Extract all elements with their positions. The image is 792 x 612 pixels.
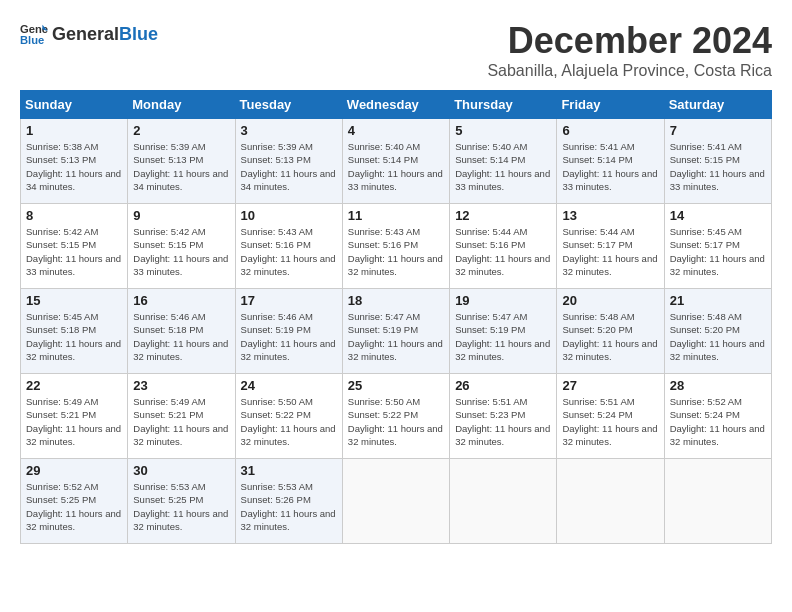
calendar-cell: 8 Sunrise: 5:42 AM Sunset: 5:15 PM Dayli… <box>21 204 128 289</box>
day-info: Sunrise: 5:43 AM Sunset: 5:16 PM Dayligh… <box>348 225 444 278</box>
day-number: 29 <box>26 463 122 478</box>
daylight-label: Daylight: 11 hours and 32 minutes. <box>562 423 657 447</box>
calendar-cell: 7 Sunrise: 5:41 AM Sunset: 5:15 PM Dayli… <box>664 119 771 204</box>
header-sunday: Sunday <box>21 91 128 119</box>
day-info: Sunrise: 5:40 AM Sunset: 5:14 PM Dayligh… <box>348 140 444 193</box>
day-number: 10 <box>241 208 337 223</box>
sunrise-label: Sunrise: 5:39 AM <box>241 141 313 152</box>
daylight-label: Daylight: 11 hours and 32 minutes. <box>241 253 336 277</box>
sunrise-label: Sunrise: 5:51 AM <box>455 396 527 407</box>
day-number: 1 <box>26 123 122 138</box>
day-number: 31 <box>241 463 337 478</box>
calendar-cell <box>664 459 771 544</box>
daylight-label: Daylight: 11 hours and 32 minutes. <box>26 338 121 362</box>
daylight-label: Daylight: 11 hours and 32 minutes. <box>26 508 121 532</box>
sunrise-label: Sunrise: 5:40 AM <box>455 141 527 152</box>
calendar-cell: 17 Sunrise: 5:46 AM Sunset: 5:19 PM Dayl… <box>235 289 342 374</box>
daylight-label: Daylight: 11 hours and 32 minutes. <box>348 423 443 447</box>
day-info: Sunrise: 5:52 AM Sunset: 5:24 PM Dayligh… <box>670 395 766 448</box>
daylight-label: Daylight: 11 hours and 32 minutes. <box>133 423 228 447</box>
sunset-label: Sunset: 5:20 PM <box>670 324 740 335</box>
sunset-label: Sunset: 5:21 PM <box>133 409 203 420</box>
day-number: 27 <box>562 378 658 393</box>
sunset-label: Sunset: 5:19 PM <box>455 324 525 335</box>
calendar-cell: 5 Sunrise: 5:40 AM Sunset: 5:14 PM Dayli… <box>450 119 557 204</box>
daylight-label: Daylight: 11 hours and 34 minutes. <box>133 168 228 192</box>
daylight-label: Daylight: 11 hours and 32 minutes. <box>348 253 443 277</box>
sunset-label: Sunset: 5:22 PM <box>348 409 418 420</box>
title-area: December 2024 Sabanilla, Alajuela Provin… <box>487 20 772 80</box>
day-info: Sunrise: 5:49 AM Sunset: 5:21 PM Dayligh… <box>133 395 229 448</box>
day-number: 6 <box>562 123 658 138</box>
sunset-label: Sunset: 5:20 PM <box>562 324 632 335</box>
day-number: 9 <box>133 208 229 223</box>
day-info: Sunrise: 5:47 AM Sunset: 5:19 PM Dayligh… <box>348 310 444 363</box>
day-info: Sunrise: 5:50 AM Sunset: 5:22 PM Dayligh… <box>348 395 444 448</box>
sunset-label: Sunset: 5:13 PM <box>26 154 96 165</box>
sunset-label: Sunset: 5:24 PM <box>562 409 632 420</box>
sunrise-label: Sunrise: 5:44 AM <box>455 226 527 237</box>
day-info: Sunrise: 5:53 AM Sunset: 5:26 PM Dayligh… <box>241 480 337 533</box>
sunrise-label: Sunrise: 5:38 AM <box>26 141 98 152</box>
calendar-subtitle: Sabanilla, Alajuela Province, Costa Rica <box>487 62 772 80</box>
svg-text:Blue: Blue <box>20 34 44 46</box>
header-wednesday: Wednesday <box>342 91 449 119</box>
calendar-cell: 27 Sunrise: 5:51 AM Sunset: 5:24 PM Dayl… <box>557 374 664 459</box>
daylight-label: Daylight: 11 hours and 33 minutes. <box>26 253 121 277</box>
week-row-3: 15 Sunrise: 5:45 AM Sunset: 5:18 PM Dayl… <box>21 289 772 374</box>
calendar-cell <box>557 459 664 544</box>
daylight-label: Daylight: 11 hours and 33 minutes. <box>562 168 657 192</box>
day-number: 17 <box>241 293 337 308</box>
sunrise-label: Sunrise: 5:47 AM <box>455 311 527 322</box>
day-number: 21 <box>670 293 766 308</box>
daylight-label: Daylight: 11 hours and 32 minutes. <box>133 508 228 532</box>
day-info: Sunrise: 5:46 AM Sunset: 5:19 PM Dayligh… <box>241 310 337 363</box>
header-tuesday: Tuesday <box>235 91 342 119</box>
sunrise-label: Sunrise: 5:45 AM <box>670 226 742 237</box>
day-number: 14 <box>670 208 766 223</box>
calendar-cell: 11 Sunrise: 5:43 AM Sunset: 5:16 PM Dayl… <box>342 204 449 289</box>
day-number: 26 <box>455 378 551 393</box>
calendar-cell: 21 Sunrise: 5:48 AM Sunset: 5:20 PM Dayl… <box>664 289 771 374</box>
sunrise-label: Sunrise: 5:41 AM <box>670 141 742 152</box>
sunrise-label: Sunrise: 5:48 AM <box>670 311 742 322</box>
sunset-label: Sunset: 5:17 PM <box>670 239 740 250</box>
sunset-label: Sunset: 5:19 PM <box>241 324 311 335</box>
daylight-label: Daylight: 11 hours and 32 minutes. <box>670 338 765 362</box>
sunset-label: Sunset: 5:24 PM <box>670 409 740 420</box>
day-info: Sunrise: 5:39 AM Sunset: 5:13 PM Dayligh… <box>133 140 229 193</box>
logo: General Blue GeneralBlue <box>20 20 158 48</box>
sunset-label: Sunset: 5:19 PM <box>348 324 418 335</box>
day-number: 5 <box>455 123 551 138</box>
day-info: Sunrise: 5:47 AM Sunset: 5:19 PM Dayligh… <box>455 310 551 363</box>
day-number: 22 <box>26 378 122 393</box>
daylight-label: Daylight: 11 hours and 33 minutes. <box>670 168 765 192</box>
day-info: Sunrise: 5:39 AM Sunset: 5:13 PM Dayligh… <box>241 140 337 193</box>
day-number: 12 <box>455 208 551 223</box>
sunset-label: Sunset: 5:18 PM <box>133 324 203 335</box>
sunset-label: Sunset: 5:26 PM <box>241 494 311 505</box>
sunset-label: Sunset: 5:22 PM <box>241 409 311 420</box>
day-info: Sunrise: 5:46 AM Sunset: 5:18 PM Dayligh… <box>133 310 229 363</box>
sunset-label: Sunset: 5:21 PM <box>26 409 96 420</box>
calendar-table: Sunday Monday Tuesday Wednesday Thursday… <box>20 90 772 544</box>
calendar-cell: 6 Sunrise: 5:41 AM Sunset: 5:14 PM Dayli… <box>557 119 664 204</box>
daylight-label: Daylight: 11 hours and 32 minutes. <box>562 338 657 362</box>
week-row-5: 29 Sunrise: 5:52 AM Sunset: 5:25 PM Dayl… <box>21 459 772 544</box>
sunset-label: Sunset: 5:13 PM <box>133 154 203 165</box>
sunrise-label: Sunrise: 5:46 AM <box>241 311 313 322</box>
day-info: Sunrise: 5:41 AM Sunset: 5:14 PM Dayligh… <box>562 140 658 193</box>
calendar-cell: 14 Sunrise: 5:45 AM Sunset: 5:17 PM Dayl… <box>664 204 771 289</box>
sunrise-label: Sunrise: 5:48 AM <box>562 311 634 322</box>
day-number: 18 <box>348 293 444 308</box>
header-friday: Friday <box>557 91 664 119</box>
daylight-label: Daylight: 11 hours and 32 minutes. <box>133 338 228 362</box>
header-monday: Monday <box>128 91 235 119</box>
sunrise-label: Sunrise: 5:45 AM <box>26 311 98 322</box>
daylight-label: Daylight: 11 hours and 33 minutes. <box>455 168 550 192</box>
sunset-label: Sunset: 5:15 PM <box>670 154 740 165</box>
day-info: Sunrise: 5:45 AM Sunset: 5:18 PM Dayligh… <box>26 310 122 363</box>
day-info: Sunrise: 5:44 AM Sunset: 5:16 PM Dayligh… <box>455 225 551 278</box>
daylight-label: Daylight: 11 hours and 33 minutes. <box>348 168 443 192</box>
calendar-cell: 23 Sunrise: 5:49 AM Sunset: 5:21 PM Dayl… <box>128 374 235 459</box>
